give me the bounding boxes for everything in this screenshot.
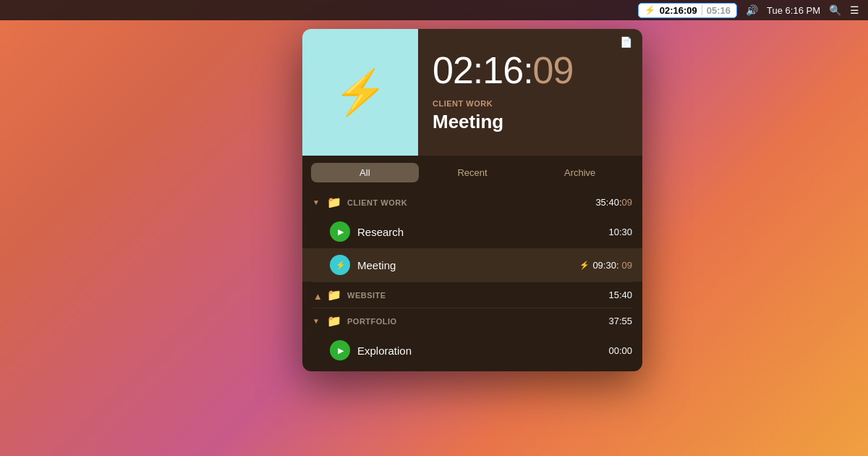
task-row-exploration[interactable]: ▶ Exploration 00:00 [302, 334, 642, 367]
task-name-research: Research [357, 226, 601, 238]
menu-icon[interactable]: ☰ [850, 4, 859, 16]
timer-info: 📄 02:16:09 CLIENT WORK Meeting [418, 29, 642, 156]
group-name-website: WEBSITE [347, 291, 603, 300]
timer-seconds: 09 [533, 49, 574, 91]
app-panel: ⚡ 📄 02:16:09 CLIENT WORK Meeting All Rec… [302, 29, 642, 371]
tabs-section: All Recent Archive [302, 156, 642, 190]
bolt-icon-meeting: ⚡ [336, 261, 346, 270]
menubar-separator [702, 5, 702, 15]
task-icon-meeting: ⚡ [330, 255, 350, 275]
menubar-clock: Tue 6:16 PM [767, 5, 820, 16]
play-icon-research: ▶ [338, 227, 344, 237]
folder-portfolio-icon: 📁 [327, 314, 341, 328]
group-name-portfolio: PORTFOLIO [347, 317, 603, 326]
timer-main-time: 02:16: [433, 49, 533, 91]
tab-archive[interactable]: Archive [526, 163, 634, 182]
task-name-meeting: Meeting [357, 259, 572, 271]
group-portfolio[interactable]: ▼ 📁 PORTFOLIO 37:55 [302, 308, 642, 334]
menubar-time-main: 02:16:09 [660, 5, 697, 16]
task-time-research: 10:30 [608, 227, 632, 237]
list-section: ▼ 📁 CLIENT WORK 35:40:09 ▶ Research 10:3… [302, 190, 642, 371]
folder-website-icon: 📁 [327, 288, 341, 302]
menubar: ⚡ 02:16:09 05:16 🔊 Tue 6:16 PM 🔍 ☰ [0, 0, 868, 20]
group-time-website: 15:40 [608, 290, 632, 300]
menubar-bolt-icon: ⚡ [644, 5, 655, 15]
group-client-work[interactable]: ▼ 📁 CLIENT WORK 35:40:09 [302, 190, 642, 215]
task-time-exploration: 00:00 [608, 345, 632, 356]
timer-header: ⚡ 📄 02:16:09 CLIENT WORK Meeting [302, 29, 642, 156]
chevron-portfolio-icon: ▼ [312, 317, 321, 325]
timer-task: Meeting [433, 111, 631, 133]
task-time-meeting: ⚡ 09:30:09 [579, 260, 632, 271]
task-row-meeting[interactable]: ⚡ Meeting ⚡ 09:30:09 [302, 248, 642, 282]
play-icon-exploration: ▶ [338, 346, 344, 355]
timer-digits: 02:16:09 [433, 51, 631, 89]
chevron-client-work-icon: ▼ [312, 198, 321, 206]
task-name-exploration: Exploration [357, 345, 601, 357]
task-icon-exploration: ▶ [330, 340, 350, 360]
group-name-client-work: CLIENT WORK [347, 198, 590, 207]
search-icon[interactable]: 🔍 [829, 4, 841, 16]
folder-client-work-icon: 📁 [327, 195, 341, 209]
tab-all[interactable]: All [311, 163, 419, 182]
tab-recent[interactable]: Recent [419, 163, 527, 182]
group-time-portfolio: 37:55 [608, 316, 632, 326]
task-row-research[interactable]: ▶ Research 10:30 [302, 215, 642, 248]
timer-bolt-large-icon: ⚡ [333, 67, 388, 118]
group-website[interactable]: ▶ 📁 WEBSITE 15:40 [302, 282, 642, 308]
menubar-time-seconds: 05:16 [707, 5, 731, 16]
chevron-website-icon: ▶ [313, 291, 321, 300]
timer-category: CLIENT WORK [433, 99, 631, 108]
task-running-bolt-icon: ⚡ [579, 261, 590, 270]
task-icon-research: ▶ [330, 221, 350, 242]
volume-icon: 🔊 [746, 4, 758, 16]
group-time-client-work: 35:40:09 [595, 197, 632, 208]
menubar-timer-widget[interactable]: ⚡ 02:16:09 05:16 [638, 3, 737, 18]
timer-icon-box: ⚡ [302, 29, 418, 156]
timer-doc-icon: 📄 [620, 36, 632, 48]
